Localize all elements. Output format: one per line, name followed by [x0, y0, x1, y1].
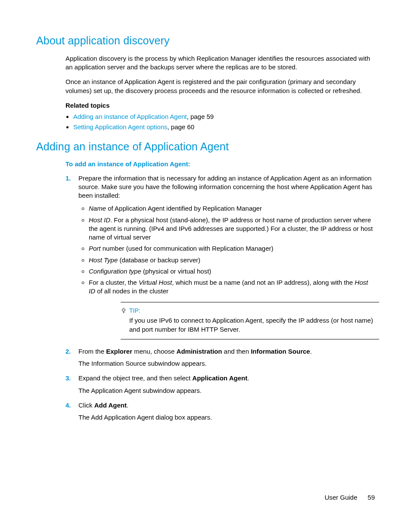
page-number: 59	[367, 494, 375, 501]
info-host-type: Host Type (database or backup server)	[89, 256, 375, 264]
button-add-agent: Add Agent	[94, 401, 127, 409]
step-3-pre: Expand the object tree, and then select	[78, 374, 192, 382]
tip-body: If you use IPv6 to connect to Applicatio…	[129, 316, 379, 334]
procedure-title: To add an instance of Application Agent:	[65, 160, 375, 168]
procedure-steps: Prepare the information that is necessar…	[65, 174, 375, 422]
step-2-post: .	[310, 348, 312, 355]
step-1: Prepare the information that is necessar…	[65, 174, 375, 339]
term-name: Name	[89, 205, 106, 212]
term-virtual-host: Virtual Host	[139, 279, 172, 286]
related-topics-header: Related topics	[65, 101, 375, 110]
tip-label: TIP:	[129, 307, 140, 315]
vh-post: of all nodes in the cluster	[95, 287, 168, 295]
menu-administration: Administration	[177, 348, 222, 355]
info-host-id: Host ID. For a physical host (stand-alon…	[89, 216, 375, 242]
para-discovery-process: Once an instance of Application Agent is…	[65, 78, 375, 95]
link-suffix: , page 59	[187, 113, 214, 120]
vh-pre: For a cluster, the	[89, 279, 139, 286]
menu-explorer: Explorer	[106, 348, 132, 355]
term-config-type: Configuration type	[89, 268, 141, 275]
term-port: Port	[89, 245, 101, 252]
step-3: Expand the object tree, and then select …	[65, 374, 375, 395]
step-3-result: The Application Agent subwindow appears.	[78, 386, 375, 395]
info-config-type-rest: (physical or virtual host)	[141, 268, 212, 275]
svg-line-5	[125, 308, 125, 309]
para-discovery-desc: Application discovery is the process by …	[65, 54, 375, 72]
heading-adding-instance: Adding an instance of Application Agent	[36, 140, 375, 154]
info-port-rest: number (used for communication with Repl…	[101, 245, 274, 252]
step-1-info-list: Name of Application Agent identified by …	[78, 204, 375, 296]
tip-header: TIP:	[121, 307, 379, 315]
info-host-type-rest: (database or backup server)	[118, 256, 200, 264]
info-host-id-rest: . For a physical host (stand-alone), the…	[89, 216, 373, 241]
link-setting-options[interactable]: Setting Application Agent options	[73, 123, 168, 131]
link-suffix: , page 60	[168, 123, 195, 131]
svg-point-0	[122, 309, 125, 311]
footer-title: User Guide	[324, 494, 357, 501]
section1-body: Application discovery is the process by …	[65, 54, 375, 132]
step-2-mid1: menu, choose	[132, 348, 177, 355]
tree-application-agent: Application Agent	[192, 374, 247, 382]
heading-about-app-discovery: About application discovery	[36, 34, 375, 48]
tip-block: TIP: If you use IPv6 to connect to Appli…	[121, 302, 379, 339]
info-config-type: Configuration type (physical or virtual …	[89, 267, 375, 276]
step-4: Click Add Agent. The Add Application Age…	[65, 401, 375, 422]
lightbulb-icon	[121, 308, 127, 314]
vh-mid: , which must be a name (and not an IP ad…	[172, 279, 355, 286]
menu-information-source: Information Source	[251, 348, 310, 355]
step-2-pre: From the	[78, 348, 106, 355]
step-2-mid2: and then	[222, 348, 251, 355]
step-3-post: .	[247, 374, 249, 382]
step-4-pre: Click	[78, 401, 94, 409]
related-topics-list: Adding an instance of Application Agent,…	[65, 112, 375, 132]
step-4-post: .	[127, 401, 128, 409]
info-port: Port number (used for communication with…	[89, 244, 375, 253]
step-4-result: The Add Application Agent dialog box app…	[78, 413, 375, 422]
step-2: From the Explorer menu, choose Administr…	[65, 347, 375, 368]
info-name-rest: of Application Agent identified by Repli…	[106, 205, 262, 212]
term-host-id: Host ID	[89, 216, 110, 224]
related-item: Adding an instance of Application Agent,…	[73, 112, 375, 121]
term-host-type: Host Type	[89, 256, 118, 264]
step-2-result: The Information Source subwindow appears…	[78, 359, 375, 368]
info-virtual-host: For a cluster, the Virtual Host, which m…	[89, 278, 375, 296]
step-1-text: Prepare the information that is necessar…	[78, 174, 372, 199]
svg-line-4	[122, 308, 122, 309]
related-item: Setting Application Agent options, page …	[73, 123, 375, 131]
page-footer: User Guide59	[324, 493, 375, 502]
info-name: Name of Application Agent identified by …	[89, 204, 375, 213]
document-page: About application discovery Application …	[0, 0, 411, 532]
link-adding-instance[interactable]: Adding an instance of Application Agent	[73, 113, 187, 120]
